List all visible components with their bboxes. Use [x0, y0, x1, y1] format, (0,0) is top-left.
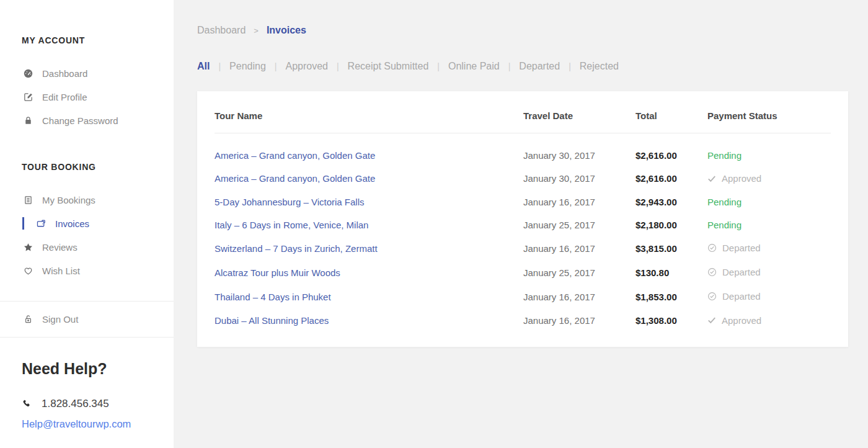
tour-name-link[interactable]: Switzerland – 7 Days in Zurich, Zermatt	[215, 243, 378, 254]
help-email-link[interactable]: Help@traveltourwp.com	[22, 418, 131, 430]
total-amount: $2,943.00	[636, 190, 707, 213]
table-row: America – Grand canyon, Golden Gate Janu…	[215, 167, 831, 190]
sidebar-item-label: Sign Out	[42, 314, 78, 325]
total-amount: $2,180.00	[636, 213, 707, 236]
table-header-row: Tour Name Travel Date Total Payment Stat…	[215, 102, 831, 133]
tab-pending[interactable]: Pending	[229, 61, 266, 72]
travel-date: January 16, 2017	[523, 285, 636, 309]
travel-date: January 30, 2017	[523, 167, 636, 190]
total-amount: $3,815.00	[636, 236, 707, 261]
column-header-total: Total	[636, 102, 707, 133]
check-icon	[707, 175, 716, 182]
status-label: Departed	[722, 291, 761, 302]
tab-online-paid[interactable]: Online Paid	[448, 61, 500, 72]
heart-icon	[22, 265, 34, 276]
sidebar-item-label: Reviews	[42, 242, 78, 253]
sidebar-item-change-password[interactable]: Change Password	[22, 109, 161, 132]
total-amount: $130.80	[636, 261, 707, 285]
breadcrumb-separator: >	[254, 26, 259, 35]
my-account-nav: Dashboard Edit Profile Change Password	[22, 61, 161, 132]
table-row: 5-Day Johannesburg – Victoria Falls Janu…	[215, 190, 831, 213]
tab-rejected[interactable]: Rejected	[580, 61, 619, 72]
sidebar-item-wish-list[interactable]: Wish List	[22, 259, 161, 282]
tab-receipt-submitted[interactable]: Receipt Submitted	[348, 61, 429, 72]
travel-date: January 25, 2017	[523, 261, 636, 285]
breadcrumb: Dashboard > Invoices	[197, 25, 848, 36]
tab-separator: |	[337, 61, 339, 71]
sidebar-item-label: Change Password	[42, 115, 118, 126]
star-icon	[22, 241, 34, 253]
help-phone-number: 1.828.456.345	[42, 398, 109, 410]
sidebar-item-reviews[interactable]: Reviews	[22, 235, 161, 259]
invoices-table: Tour Name Travel Date Total Payment Stat…	[215, 102, 831, 332]
sidebar-item-edit-profile[interactable]: Edit Profile	[22, 85, 161, 109]
status-label: Pending	[707, 220, 742, 230]
tour-name-link[interactable]: America – Grand canyon, Golden Gate	[215, 150, 375, 161]
status-label: Pending	[707, 150, 742, 161]
travel-date: January 16, 2017	[523, 190, 636, 213]
travel-date: January 16, 2017	[523, 236, 636, 261]
total-amount: $1,308.00	[636, 309, 707, 333]
need-help-title: Need Help?	[22, 338, 161, 378]
sidebar-item-label: Invoices	[55, 218, 89, 229]
total-amount: $2,616.00	[636, 167, 707, 190]
column-header-travel-date: Travel Date	[523, 102, 636, 133]
table-row: Italy – 6 Days in Rome, Venice, Milan Ja…	[215, 213, 831, 236]
circled-check-icon	[707, 292, 717, 301]
table-row: America – Grand canyon, Golden Gate Janu…	[215, 133, 831, 168]
status-label: Pending	[707, 197, 742, 207]
status-label: Departed	[722, 267, 761, 277]
tab-separator: |	[508, 61, 511, 71]
tab-separator: |	[437, 61, 440, 71]
tour-name-link[interactable]: Dubai – All Stunning Places	[215, 315, 329, 326]
column-header-tour-name: Tour Name	[215, 102, 523, 133]
section-title-my-account: MY ACCOUNT	[22, 0, 161, 45]
status-badge: Approved	[707, 315, 761, 326]
breadcrumb-current-page: Invoices	[267, 25, 306, 36]
tab-approved[interactable]: Approved	[285, 61, 328, 72]
status-label: Approved	[722, 173, 761, 184]
status-badge: Pending	[707, 220, 742, 230]
section-title-tour-booking: TOUR BOOKING	[22, 132, 161, 172]
status-label: Departed	[722, 243, 761, 253]
total-amount: $1,853.00	[636, 285, 707, 309]
tab-separator: |	[218, 61, 221, 71]
tour-name-link[interactable]: Italy – 6 Days in Rome, Venice, Milan	[215, 220, 368, 230]
sidebar-item-my-bookings[interactable]: My Bookings	[22, 188, 161, 212]
sidebar-item-label: Edit Profile	[42, 92, 87, 102]
phone-icon	[22, 398, 34, 410]
travel-date: January 25, 2017	[523, 213, 636, 236]
status-badge: Pending	[707, 197, 742, 207]
status-badge: Approved	[707, 173, 761, 184]
check-icon	[707, 316, 716, 324]
breadcrumb-dashboard-link[interactable]: Dashboard	[197, 25, 246, 36]
unlock-icon	[22, 314, 34, 325]
tab-separator: |	[569, 61, 571, 71]
status-badge: Departed	[707, 267, 761, 277]
help-phone-row: 1.828.456.345	[22, 398, 161, 410]
bookings-icon	[22, 194, 34, 205]
sidebar-item-sign-out[interactable]: Sign Out	[22, 308, 78, 331]
tour-name-link[interactable]: America – Grand canyon, Golden Gate	[215, 173, 375, 184]
table-row: Dubai – All Stunning Places January 16, …	[215, 309, 831, 333]
sidebar-item-label: Dashboard	[42, 68, 87, 79]
sidebar-item-label: Wish List	[42, 266, 80, 276]
travel-date: January 30, 2017	[523, 133, 636, 168]
status-badge: Departed	[707, 243, 761, 253]
invoices-card: Tour Name Travel Date Total Payment Stat…	[197, 91, 848, 347]
wallet-icon	[35, 218, 47, 229]
tab-departed[interactable]: Departed	[519, 61, 560, 72]
table-row: Alcatraz Tour plus Muir Woods January 25…	[215, 261, 831, 285]
tab-all[interactable]: All	[197, 61, 210, 72]
edit-icon	[22, 91, 34, 102]
tour-name-link[interactable]: 5-Day Johannesburg – Victoria Falls	[215, 197, 365, 207]
status-badge: Pending	[707, 150, 742, 161]
tour-name-link[interactable]: Thailand – 4 Days in Phuket	[215, 292, 331, 302]
status-label: Approved	[722, 315, 761, 326]
sidebar-item-invoices[interactable]: Invoices	[22, 212, 161, 235]
travel-date: January 16, 2017	[523, 309, 636, 333]
tour-name-link[interactable]: Alcatraz Tour plus Muir Woods	[215, 267, 340, 278]
tour-booking-nav: My Bookings Invoices Reviews Wish List	[22, 188, 161, 282]
total-amount: $2,616.00	[636, 133, 707, 168]
sidebar-item-dashboard[interactable]: Dashboard	[22, 61, 161, 85]
